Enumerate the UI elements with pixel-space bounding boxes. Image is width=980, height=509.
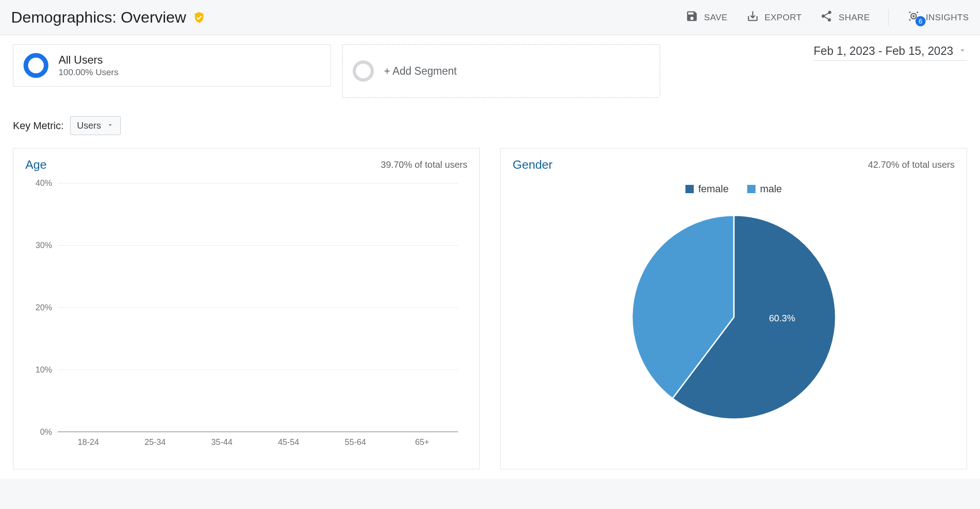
dropdown-icon [106,120,114,131]
legend-swatch-male [747,185,756,193]
gender-chart-card: Gender 42.70% of total users female male… [500,148,967,469]
download-icon [746,10,759,25]
export-button[interactable]: EXPORT [746,10,802,25]
key-metric-label: Key Metric: [13,120,64,132]
pie-label-female: 60.3% [769,313,795,324]
gender-chart-note: 42.70% of total users [868,160,955,170]
age-chart-title: Age [25,158,47,172]
date-range-picker[interactable]: Feb 1, 2023 - Feb 15, 2023 [814,44,967,61]
segment-subtitle: 100.00% Users [59,67,118,77]
gender-legend: female male [513,183,955,195]
save-icon [685,10,698,25]
page-title: Demographics: Overview [11,8,186,26]
add-segment-circle-icon [353,60,374,82]
svg-point-3 [909,12,911,13]
y-axis-label: 30% [25,241,52,250]
legend-female-label: female [698,183,729,195]
share-icon [820,10,833,25]
x-axis-label: 45-54 [263,438,315,447]
x-axis-label: 18-24 [62,438,114,447]
x-axis-label: 25-34 [129,438,181,447]
page-header: Demographics: Overview SAVE EXPORT SHARE… [0,0,980,35]
legend-male-label: male [760,183,782,195]
segment-all-users[interactable]: All Users 100.00% Users [13,44,331,87]
charts-row: Age 39.70% of total users 0%10%20%30%40%… [13,148,967,469]
x-axis-label: 35-44 [196,438,248,447]
segment-circle-icon [24,53,48,78]
y-axis-label: 0% [25,427,52,437]
y-axis-label: 40% [25,178,52,188]
svg-point-4 [909,19,911,21]
add-segment-label: + Add Segment [384,65,457,77]
gender-chart-header: Gender 42.70% of total users [513,158,955,172]
insights-button[interactable]: 6 INSIGHTS [907,10,969,25]
segment-title: All Users [59,53,118,66]
gridline [58,308,458,308]
y-axis-label: 10% [25,365,52,375]
legend-male: male [747,183,782,195]
gender-pie-chart: 39.7% 60.3% [513,209,955,426]
age-chart-header: Age 39.70% of total users [25,158,467,172]
age-x-labels: 18-2425-3435-4445-5455-6465+ [58,432,458,450]
svg-point-2 [917,12,919,13]
gridline [58,183,458,183]
segment-row: All Users 100.00% Users + Add Segment Fe… [13,44,967,98]
gender-chart-title: Gender [513,158,553,172]
dropdown-icon [958,44,967,58]
pie-svg [626,209,842,426]
age-chart-note: 39.70% of total users [381,160,467,170]
insights-badge: 6 [915,16,926,26]
key-metric-value: Users [77,120,101,131]
date-range-text: Feb 1, 2023 - Feb 15, 2023 [814,44,953,58]
y-axis-label: 20% [25,303,52,313]
add-segment-button[interactable]: + Add Segment [342,44,660,98]
save-label: SAVE [704,12,727,23]
export-label: EXPORT [765,12,802,23]
content-area: All Users 100.00% Users + Add Segment Fe… [0,35,980,479]
header-actions: SAVE EXPORT SHARE 6 INSIGHTS [685,9,969,26]
gridline [58,370,458,370]
insights-label: INSIGHTS [926,12,969,23]
pie-label-male: 39.7% [610,274,636,284]
x-axis-label: 65+ [396,438,448,447]
insights-icon: 6 [907,10,920,25]
verified-shield-icon [193,11,206,24]
divider [888,9,889,26]
segment-text: All Users 100.00% Users [59,53,118,77]
legend-female: female [685,183,729,195]
share-button[interactable]: SHARE [820,10,870,25]
gridline [58,245,458,246]
x-axis-label: 55-64 [329,438,381,447]
key-metric-select[interactable]: Users [70,116,121,135]
header-left: Demographics: Overview [11,8,206,26]
age-bar-chart: 0%10%20%30%40% [58,183,458,432]
legend-swatch-female [685,185,694,193]
svg-point-1 [913,15,915,18]
share-label: SHARE [838,12,870,23]
key-metric-row: Key Metric: Users [13,116,967,135]
age-chart-card: Age 39.70% of total users 0%10%20%30%40%… [13,148,480,469]
save-button[interactable]: SAVE [685,10,727,25]
